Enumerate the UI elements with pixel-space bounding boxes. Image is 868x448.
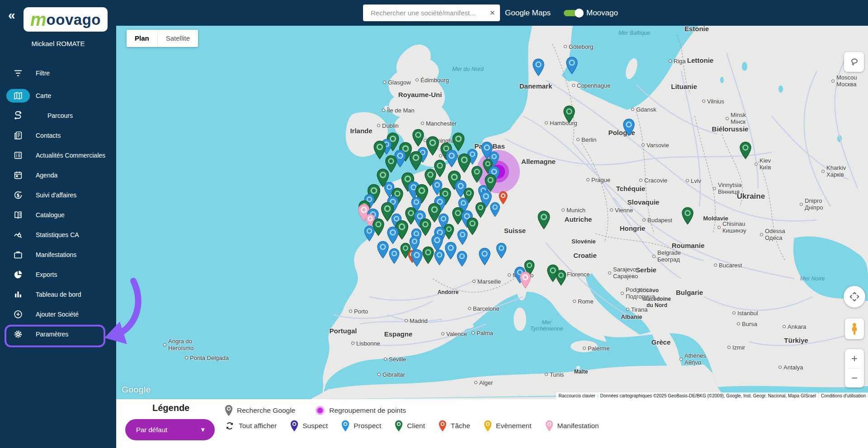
chevron-down-icon: ▼ [200, 426, 206, 433]
sidebar-item-parcours[interactable]: Parcours [0, 106, 116, 126]
map-canvas[interactable]: IrlandeRoyaume-UniDanemarkPays-BasAllema… [116, 26, 868, 399]
map-pin-b[interactable] [364, 225, 375, 243]
moovago-logo: moovago [24, 7, 108, 32]
sidebar-item-tableau-de-bord[interactable]: Tableau de bord [0, 285, 116, 304]
pin-icon [439, 420, 447, 432]
map-pin-b[interactable] [445, 149, 458, 169]
map-pin-b[interactable] [490, 202, 500, 219]
map-type-satellite-button[interactable]: Satellite [157, 30, 198, 47]
sidebar-item-label: Agenda [36, 172, 57, 179]
map-pin-g[interactable] [409, 151, 423, 173]
addcircle-icon [13, 309, 24, 320]
city-label: Glasgow [383, 79, 411, 86]
map-pin-b[interactable] [623, 118, 635, 138]
city-label: Gibraltar [377, 371, 405, 378]
map-pin-g[interactable] [739, 141, 752, 161]
sidebar-collapse-button[interactable]: « [8, 8, 15, 23]
map-pin-b[interactable] [478, 247, 491, 267]
legend-item-prospect[interactable]: Prospect [341, 420, 381, 432]
city-label: Bucarest [714, 262, 742, 269]
sidebar-item-ajouter-societe[interactable]: Ajouter Société [0, 304, 116, 324]
map-type-plan-button[interactable]: Plan [127, 30, 157, 47]
shortcuts-link[interactable]: Raccourcis clavier [556, 392, 597, 399]
city-label: Sarajevo Сарајево [608, 266, 638, 280]
map-pin-g[interactable] [563, 105, 576, 125]
legend-item-recherche-google[interactable]: Recherche Google [225, 405, 295, 416]
legend-item-regroupement-de-points[interactable]: Regroupement de points [315, 406, 406, 415]
sidebar-item-suivi-d-affaires[interactable]: $Suivi d'affaires [0, 185, 116, 205]
city-label: Vilnius [702, 98, 724, 105]
country-label: Suisse [504, 227, 526, 234]
legend-item-manifestation[interactable]: Manifestation [545, 420, 599, 432]
city-label: Palma [472, 330, 493, 336]
map-pin-p[interactable] [519, 271, 532, 290]
city-label: Berlin [576, 136, 596, 143]
pin-icon [545, 420, 553, 432]
cluster-icon [315, 406, 325, 415]
sidebar-item-manifestations[interactable]: Manifestations [0, 245, 116, 265]
map-pin-b[interactable] [377, 241, 389, 261]
sidebar-item-exports[interactable]: Exports [0, 265, 116, 285]
sidebar-item-actualites-commerciales[interactable]: Actualités Commerciales [0, 145, 116, 165]
zoom-out-button[interactable]: − [845, 369, 864, 387]
sidebar-item-filtre[interactable]: Filtre [0, 63, 116, 83]
map-pin-b[interactable] [566, 56, 578, 76]
sidebar-item-label: Ajouter Société [36, 311, 79, 318]
lasso-select-button[interactable] [844, 52, 864, 72]
map-provider-toggle[interactable] [564, 10, 582, 16]
city-label: Lisbonne [351, 340, 380, 347]
search-box[interactable]: × [363, 5, 500, 21]
legend-item-suspect[interactable]: Suspect [290, 420, 328, 432]
city-dot [576, 138, 580, 141]
map-pin-g[interactable] [471, 166, 483, 185]
zoom-in-button[interactable]: + [845, 349, 864, 368]
map-pin-b[interactable] [457, 251, 468, 269]
map-pin-b[interactable] [389, 248, 400, 266]
map-pin-b[interactable] [532, 58, 545, 78]
recenter-expand-button[interactable] [844, 286, 865, 308]
map-pin-g[interactable] [537, 210, 551, 231]
legend-item-client[interactable]: Client [395, 420, 425, 432]
city-label: Istanbul [732, 310, 758, 317]
city-dot [755, 163, 758, 166]
sidebar-item-carte[interactable]: Carte [0, 86, 116, 106]
country-label: Malte [574, 369, 588, 375]
legend-item-tache[interactable]: Tâche [439, 420, 470, 432]
sidebar-item-contacts[interactable]: Contacts [0, 126, 116, 145]
terms-link[interactable]: Conditions d'utilisation [819, 392, 868, 399]
legend-item-tout-afficher[interactable]: Tout afficher [225, 421, 277, 431]
map-pin-g[interactable] [556, 270, 567, 288]
map-pin-g[interactable] [422, 246, 434, 266]
book-icon [13, 210, 24, 220]
country-label: Serbie [636, 266, 656, 274]
map-pin-b[interactable] [444, 242, 457, 261]
map-pin-g[interactable] [681, 207, 694, 227]
city-label: Édimbourg [415, 77, 449, 84]
city-dot [800, 203, 803, 206]
map-attribution: Raccourcis clavier Données cartographiqu… [556, 392, 868, 399]
map-pin-b[interactable] [496, 243, 507, 261]
user-name: Mickael ROMATE [0, 40, 116, 47]
sea-label: Mer Noire [800, 275, 825, 282]
map-pin-b[interactable] [434, 249, 445, 267]
map-pin-b[interactable] [457, 229, 468, 247]
pegman-button[interactable] [845, 318, 864, 339]
legend-item-evenement[interactable]: Evènement [484, 420, 531, 432]
search-clear-icon[interactable]: × [485, 5, 500, 21]
sidebar-item-parametres[interactable]: Paramètres [0, 324, 116, 344]
sidebar-item-statistiques-ca[interactable]: Statistiques CA [0, 225, 116, 245]
country-label: Lituanie [671, 83, 697, 90]
map-pin-b[interactable] [410, 249, 423, 269]
search-input[interactable] [370, 9, 485, 17]
city-dot [679, 358, 683, 361]
legend-preset-dropdown[interactable]: Par défaut ▼ [125, 419, 215, 440]
city-label: Cracovie [639, 177, 667, 184]
sidebar-item-catalogue[interactable]: Catalogue [0, 205, 116, 225]
logo-rest: oovago [47, 12, 101, 27]
legend-item-label: Recherche Google [237, 406, 295, 415]
map-pin-g[interactable] [412, 129, 425, 149]
city-dot [831, 79, 835, 83]
sidebar-item-label: Catalogue [36, 211, 65, 219]
legend-item-label: Prospect [354, 422, 381, 430]
sidebar-item-agenda[interactable]: Agenda [0, 165, 116, 185]
